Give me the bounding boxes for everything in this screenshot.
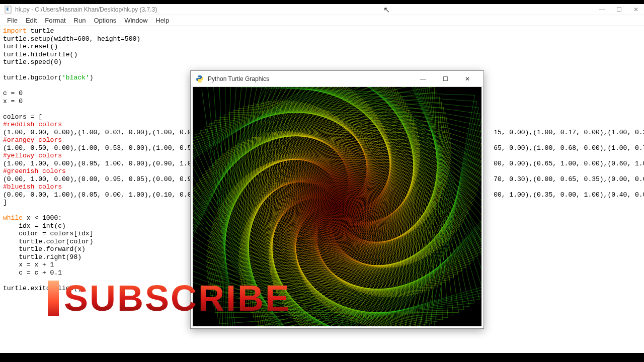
svg-line-825	[390, 132, 481, 326]
idle-titlebar[interactable]: hk.py - C:/Users/Hasnain Khan/Desktop/hk…	[0, 4, 644, 15]
idle-maximize-button[interactable]: ☐	[615, 6, 623, 14]
svg-line-244	[341, 158, 384, 217]
svg-line-743	[219, 102, 442, 118]
svg-line-733	[421, 107, 444, 326]
svg-line-350	[286, 159, 391, 163]
turtle-close-button[interactable]: ✕	[456, 71, 478, 86]
python-icon	[196, 75, 204, 83]
svg-line-519	[264, 134, 420, 145]
idle-title-text: hk.py - C:/Users/Hasnain Khan/Desktop/hk…	[15, 6, 157, 13]
svg-line-114	[321, 189, 324, 222]
svg-line-835	[237, 87, 481, 126]
idle-minimize-button[interactable]: —	[598, 6, 606, 14]
svg-line-809	[193, 87, 425, 139]
svg-line-806	[340, 87, 481, 232]
menu-options[interactable]: Options	[90, 16, 120, 25]
svg-line-677	[249, 105, 450, 133]
subscribe-overlay: SUBSCRIBE	[48, 281, 291, 316]
svg-line-842	[193, 87, 413, 152]
svg-line-583	[288, 240, 448, 312]
svg-line-564	[405, 128, 417, 297]
mouse-cursor-icon: ↖	[383, 5, 390, 15]
menu-format[interactable]: Format	[41, 16, 69, 25]
svg-line-4	[337, 206, 337, 207]
svg-line-781	[367, 156, 481, 326]
subscribe-bar-icon	[48, 281, 59, 316]
svg-line-5	[337, 206, 338, 207]
menu-help[interactable]: Help	[151, 16, 173, 25]
idle-close-button[interactable]: ✕	[632, 6, 640, 14]
turtle-maximize-button[interactable]: ☐	[434, 71, 456, 86]
turtle-titlebar[interactable]: Python Turtle Graphics — ☐ ✕	[191, 71, 484, 87]
subscribe-text: SUBSCRIBE	[64, 281, 291, 315]
menu-run[interactable]: Run	[70, 16, 90, 25]
menu-edit[interactable]: Edit	[22, 16, 41, 25]
menu-window[interactable]: Window	[120, 16, 151, 25]
python-file-icon	[4, 6, 12, 14]
turtle-minimize-button[interactable]: —	[412, 71, 434, 86]
turtle-title-text: Python Turtle Graphics	[208, 75, 269, 82]
menu-file[interactable]: File	[3, 16, 22, 25]
idle-menubar: File Edit Format Run Options Window Help	[0, 15, 644, 26]
